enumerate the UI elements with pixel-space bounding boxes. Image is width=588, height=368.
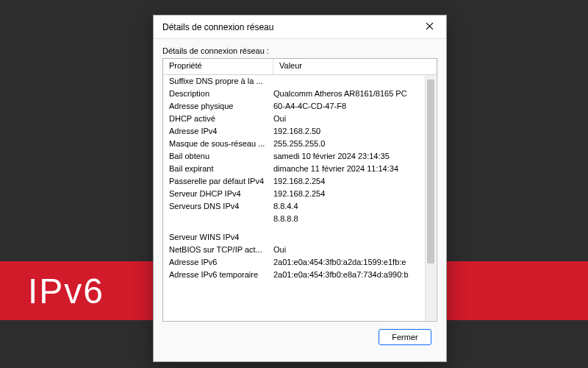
cell-value: 60-A4-4C-CD-47-F8 [273, 100, 431, 113]
cell-property: Adresse IPv6 [169, 256, 273, 269]
cell-property: Adresse IPv6 temporaire [169, 269, 273, 281]
cell-value: 192.168.2.254 [273, 188, 431, 200]
table-row[interactable]: Adresse IPv62a01:e0a:454:3fb0:a2da:1599:… [163, 256, 437, 269]
table-row[interactable]: DHCP activéOui [163, 113, 437, 125]
details-panel: Propriété Valeur Suffixe DNS propre à la… [162, 58, 437, 322]
column-header-value[interactable]: Valeur [273, 59, 437, 74]
table-row[interactable]: Serveur DHCP IPv4192.168.2.254 [163, 188, 437, 200]
table-row[interactable]: Passerelle par défaut IPv4192.168.2.254 [163, 175, 437, 188]
table-rows: Suffixe DNS propre à la ...DescriptionQu… [163, 75, 437, 321]
table-row[interactable]: DescriptionQualcomm Atheros AR8161/8165 … [163, 88, 437, 100]
table-row[interactable]: 8.8.8.8 [163, 213, 437, 225]
cell-property: Serveurs DNS IPv4 [169, 200, 273, 213]
table-row[interactable]: Serveurs DNS IPv48.8.4.4 [163, 200, 437, 213]
close-icon-button[interactable] [417, 18, 442, 36]
cell-value: Oui [273, 113, 431, 125]
cell-value: 8.8.8.8 [273, 213, 431, 225]
cell-value: Qualcomm Atheros AR8161/8165 PC [273, 88, 431, 100]
cell-value: 192.168.2.254 [273, 175, 431, 188]
table-row[interactable]: Adresse IPv4192.168.2.50 [163, 125, 437, 138]
network-details-dialog: Détails de connexion réseau Détails de c… [153, 15, 447, 362]
cell-property: Masque de sous-réseau ... [169, 138, 273, 150]
cell-value: samedi 10 février 2024 23:14:35 [273, 150, 431, 163]
cell-value [273, 231, 431, 244]
table-row[interactable]: Masque de sous-réseau ...255.255.255.0 [163, 138, 437, 150]
table-row[interactable]: Adresse physique60-A4-4C-CD-47-F8 [163, 100, 437, 113]
cell-value: Oui [273, 244, 431, 256]
table-row[interactable]: NetBIOS sur TCP/IP act...Oui [163, 244, 437, 256]
dialog-footer: Fermer [162, 322, 437, 353]
cell-property: Adresse IPv4 [169, 125, 273, 138]
cell-property [169, 213, 273, 225]
ipv6-label: IPv6 [28, 271, 104, 311]
cell-property: Bail expirant [169, 163, 273, 175]
cell-property: Adresse physique [169, 100, 273, 113]
dialog-subheading: Détails de connexion réseau : [162, 46, 437, 55]
dialog-title: Détails de connexion réseau [162, 22, 417, 32]
table-row[interactable]: Suffixe DNS propre à la ... [163, 75, 437, 88]
dialog-body: Détails de connexion réseau : Propriété … [154, 39, 446, 361]
scrollbar-thumb[interactable] [427, 79, 434, 263]
cell-value: 2a01:e0a:454:3fb0:a2da:1599:e1fb:e [273, 256, 431, 269]
cell-value: dimanche 11 février 2024 11:14:34 [273, 163, 431, 175]
close-button[interactable]: Fermer [379, 329, 431, 345]
cell-value [273, 75, 431, 88]
close-icon [426, 22, 434, 32]
cell-value: 192.168.2.50 [273, 125, 431, 138]
table-row[interactable]: Bail obtenusamedi 10 février 2024 23:14:… [163, 150, 437, 163]
column-header-property[interactable]: Propriété [163, 59, 273, 74]
cell-property: Passerelle par défaut IPv4 [169, 175, 273, 188]
cell-property: Serveur DHCP IPv4 [169, 188, 273, 200]
cell-property: Description [169, 88, 273, 100]
cell-property: Suffixe DNS propre à la ... [169, 75, 273, 88]
titlebar[interactable]: Détails de connexion réseau [154, 15, 446, 39]
cell-value: 2a01:e0a:454:3fb0:e8a7:734d:a990:b [273, 269, 431, 281]
cell-property: Serveur WINS IPv4 [169, 231, 273, 244]
table-row[interactable]: Bail expirantdimanche 11 février 2024 11… [163, 163, 437, 175]
cell-value: 8.8.4.4 [273, 200, 431, 213]
cell-property: Bail obtenu [169, 150, 273, 163]
table-row-spacer [163, 225, 437, 231]
cell-value: 255.255.255.0 [273, 138, 431, 150]
vertical-scrollbar[interactable] [425, 75, 436, 320]
table-row[interactable]: Serveur WINS IPv4 [163, 231, 437, 244]
table-header: Propriété Valeur [163, 59, 437, 75]
table-row[interactable]: Adresse IPv6 temporaire2a01:e0a:454:3fb0… [163, 269, 437, 281]
cell-property: NetBIOS sur TCP/IP act... [169, 244, 273, 256]
cell-property: DHCP activé [169, 113, 273, 125]
